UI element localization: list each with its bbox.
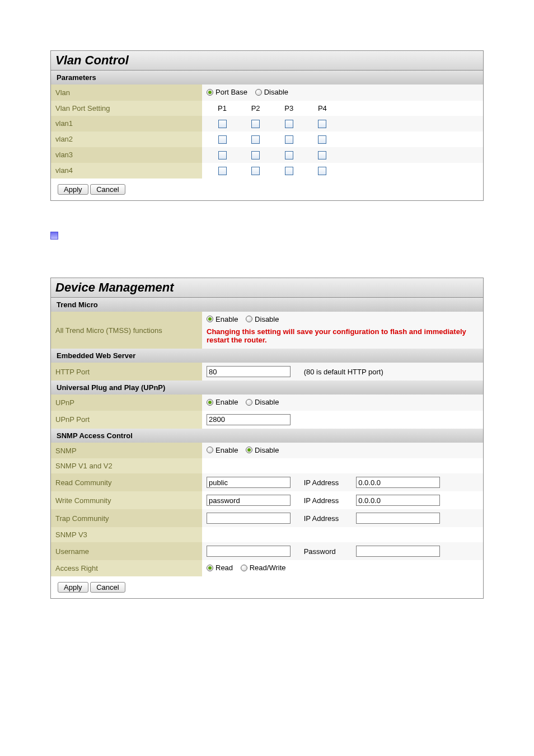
vlan2-p3-checkbox[interactable]	[285, 135, 293, 144]
vlan3-p4-checkbox[interactable]	[318, 151, 326, 159]
radio-icon	[207, 89, 213, 96]
read-community-label: Read Community	[51, 473, 202, 491]
upnp-header: Universal Plug and Play (UPnP)	[51, 381, 483, 395]
vlan1-p1-checkbox[interactable]	[218, 120, 227, 128]
username-label: Username	[51, 542, 202, 560]
snmp-label: SNMP	[51, 443, 202, 459]
vlan-control-panel: Vlan Control Parameters Vlan Port Base D…	[50, 50, 484, 201]
vlan4-p2-checkbox[interactable]	[251, 167, 260, 175]
vlan4-label: vlan4	[51, 163, 202, 179]
device-cancel-button[interactable]: Cancel	[90, 582, 125, 593]
vlan1-p3-checkbox[interactable]	[285, 120, 293, 128]
radio-icon	[207, 565, 213, 571]
snmp-header: SNMP Access Control	[51, 429, 483, 443]
write-community-input[interactable]	[207, 495, 291, 506]
snmp-enable-radio[interactable]: Enable	[207, 446, 238, 454]
device-apply-button[interactable]: Apply	[58, 582, 88, 593]
vlan3-label: vlan3	[51, 147, 202, 163]
embedded-web-server-header: Embedded Web Server	[51, 349, 483, 363]
radio-icon	[241, 565, 247, 571]
snmp-v3-label: SNMP V3	[51, 527, 202, 542]
vlan2-p2-checkbox[interactable]	[251, 135, 260, 144]
vlan-disable-radio[interactable]: Disable	[255, 88, 288, 96]
write-community-label: Write Community	[51, 491, 202, 509]
http-port-input[interactable]	[207, 366, 291, 377]
read-ip-input[interactable]	[356, 477, 440, 488]
device-management-panel: Device Management Trend Micro All Trend …	[50, 278, 484, 599]
vlan1-p4-checkbox[interactable]	[318, 120, 326, 128]
access-readwrite-radio[interactable]: Read/Write	[241, 564, 286, 572]
username-input[interactable]	[207, 546, 291, 557]
read-community-input[interactable]	[207, 477, 291, 488]
vlan-table: Vlan Port Base Disable Vlan Port Setting…	[51, 84, 483, 179]
vlan2-p1-checkbox[interactable]	[218, 135, 227, 144]
radio-icon	[246, 316, 252, 322]
trap-community-label: Trap Community	[51, 509, 202, 527]
http-port-label: HTTP Port	[51, 363, 202, 381]
upnp-disable-radio[interactable]: Disable	[246, 398, 279, 406]
upnp-port-input[interactable]	[207, 414, 291, 425]
vlan-apply-button[interactable]: Apply	[58, 184, 88, 195]
vlan3-p1-checkbox[interactable]	[218, 151, 227, 159]
vlan-port-base-radio[interactable]: Port Base	[207, 88, 247, 96]
snmp-disable-radio[interactable]: Disable	[246, 446, 279, 454]
vlan3-p3-checkbox[interactable]	[285, 151, 293, 159]
vlan-cancel-button[interactable]: Cancel	[90, 184, 125, 195]
vlan2-label: vlan2	[51, 132, 202, 147]
trap-ip-input[interactable]	[356, 513, 440, 524]
http-port-note: (80 is default HTTP port)	[304, 368, 383, 376]
port-header-p3: P3	[273, 104, 305, 112]
section-marker-icon	[50, 232, 58, 240]
vlan-port-setting-label: Vlan Port Setting	[51, 101, 202, 116]
write-ip-label: IP Address	[304, 496, 354, 505]
all-tmss-label: All Trend Micro (TMSS) functions	[51, 312, 202, 349]
radio-icon	[255, 89, 262, 96]
vlan1-label: vlan1	[51, 116, 202, 132]
radio-icon	[246, 399, 252, 406]
vlan4-p3-checkbox[interactable]	[285, 167, 293, 175]
radio-icon	[207, 447, 213, 453]
vlan-row-label: Vlan	[51, 84, 202, 101]
radio-icon	[207, 316, 213, 322]
trend-micro-header: Trend Micro	[51, 298, 483, 312]
access-read-radio[interactable]: Read	[207, 564, 233, 572]
tmss-warning: Changing this setting will save your con…	[207, 324, 479, 345]
access-right-label: Access Right	[51, 560, 202, 576]
write-ip-input[interactable]	[356, 495, 440, 506]
password-input[interactable]	[356, 546, 440, 557]
port-header-p4: P4	[307, 104, 338, 112]
vlan4-p1-checkbox[interactable]	[218, 167, 227, 175]
radio-icon	[246, 447, 252, 453]
read-ip-label: IP Address	[304, 478, 354, 487]
upnp-port-label: UPnP Port	[51, 411, 202, 429]
vlan3-p2-checkbox[interactable]	[251, 151, 260, 159]
upnp-label: UPnP	[51, 395, 202, 411]
vlan1-p2-checkbox[interactable]	[251, 120, 260, 128]
tmss-enable-radio[interactable]: Enable	[207, 315, 238, 323]
vlan-title: Vlan Control	[51, 51, 483, 71]
tmss-disable-radio[interactable]: Disable	[246, 315, 279, 323]
port-header-p2: P2	[240, 104, 271, 112]
port-header-p1: P1	[207, 104, 238, 112]
snmp-v1v2-label: SNMP V1 and V2	[51, 458, 202, 473]
upnp-enable-radio[interactable]: Enable	[207, 398, 238, 406]
radio-icon	[207, 399, 213, 406]
vlan-parameters-header: Parameters	[51, 71, 483, 84]
password-label: Password	[304, 547, 354, 556]
trap-community-input[interactable]	[207, 513, 291, 524]
vlan4-p4-checkbox[interactable]	[318, 167, 326, 175]
device-title: Device Management	[51, 278, 483, 298]
vlan2-p4-checkbox[interactable]	[318, 135, 326, 144]
trap-ip-label: IP Address	[304, 514, 354, 523]
